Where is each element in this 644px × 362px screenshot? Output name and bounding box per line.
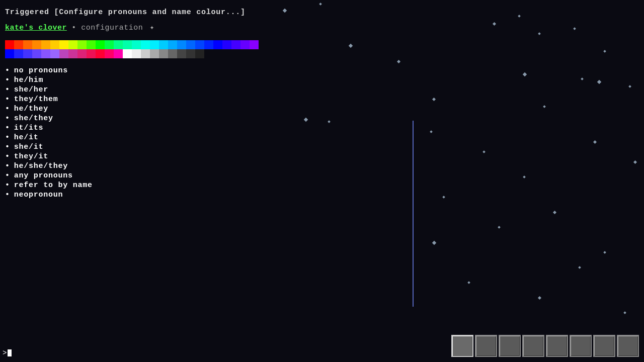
pronoun-label: refer to by name bbox=[14, 181, 93, 190]
pronoun-item[interactable]: •he/it bbox=[5, 133, 408, 142]
breadcrumb: kate's clover • configuration ✦ bbox=[5, 23, 408, 32]
chat-area: > bbox=[3, 349, 12, 357]
color-swatch[interactable] bbox=[168, 40, 177, 49]
color-swatch[interactable] bbox=[105, 40, 114, 49]
color-swatch[interactable] bbox=[23, 40, 32, 49]
color-swatch[interactable] bbox=[5, 40, 14, 49]
hotbar-slot[interactable] bbox=[451, 335, 473, 357]
color-swatch[interactable] bbox=[240, 40, 250, 49]
color-swatch[interactable] bbox=[77, 49, 87, 58]
color-swatch[interactable] bbox=[123, 40, 132, 49]
color-swatch[interactable] bbox=[132, 40, 141, 49]
color-swatch[interactable] bbox=[14, 40, 23, 49]
color-swatch[interactable] bbox=[87, 40, 96, 49]
pronoun-item[interactable]: •they/them bbox=[5, 95, 408, 104]
pronoun-item[interactable]: •he/they bbox=[5, 105, 408, 113]
color-swatch[interactable] bbox=[23, 49, 32, 58]
color-swatch[interactable] bbox=[222, 40, 231, 49]
color-swatch[interactable] bbox=[59, 40, 68, 49]
pronoun-item[interactable]: •it/its bbox=[5, 124, 408, 132]
pronoun-item[interactable]: •she/they bbox=[5, 114, 408, 123]
breadcrumb-section: configuration bbox=[81, 24, 143, 32]
color-swatch[interactable] bbox=[186, 40, 195, 49]
color-swatch[interactable] bbox=[159, 49, 168, 58]
hotbar bbox=[451, 335, 639, 357]
color-row-1 bbox=[5, 40, 408, 49]
pronoun-item[interactable]: •any pronouns bbox=[5, 171, 408, 180]
color-swatch[interactable] bbox=[123, 49, 132, 58]
bullet-icon: • bbox=[5, 85, 10, 94]
pronoun-label: she/they bbox=[14, 114, 53, 123]
color-swatch[interactable] bbox=[14, 49, 23, 58]
bullet-icon: • bbox=[5, 143, 10, 151]
pronoun-item[interactable]: •he/she/they bbox=[5, 162, 408, 170]
bullet-icon: • bbox=[5, 124, 10, 132]
color-swatch[interactable] bbox=[59, 49, 68, 58]
color-swatch[interactable] bbox=[5, 49, 14, 58]
hotbar-slot[interactable] bbox=[570, 335, 592, 357]
color-swatch[interactable] bbox=[150, 49, 159, 58]
pronoun-item[interactable]: •he/him bbox=[5, 76, 408, 84]
color-swatch[interactable] bbox=[41, 49, 50, 58]
color-swatch[interactable] bbox=[68, 49, 77, 58]
hotbar-slot[interactable] bbox=[617, 335, 639, 357]
bullet-icon: • bbox=[5, 105, 10, 113]
color-swatch[interactable] bbox=[195, 49, 204, 58]
pronoun-item[interactable]: •refer to by name bbox=[5, 181, 408, 190]
color-swatch[interactable] bbox=[186, 49, 195, 58]
color-swatch[interactable] bbox=[105, 49, 114, 58]
color-swatch[interactable] bbox=[32, 49, 41, 58]
color-swatch[interactable] bbox=[41, 40, 50, 49]
color-swatch[interactable] bbox=[195, 40, 204, 49]
bullet-icon: • bbox=[5, 76, 10, 84]
color-swatch[interactable] bbox=[96, 40, 105, 49]
breadcrumb-cursor: ✦ bbox=[145, 24, 154, 32]
color-swatch[interactable] bbox=[96, 49, 105, 58]
color-swatch[interactable] bbox=[159, 40, 168, 49]
pronoun-list: •no pronouns•he/him•she/her•they/them•he… bbox=[5, 66, 408, 199]
pronoun-label: she/it bbox=[14, 143, 44, 151]
color-swatch[interactable] bbox=[141, 40, 150, 49]
pronoun-label: neopronoun bbox=[14, 191, 63, 199]
pronoun-item[interactable]: •they/it bbox=[5, 152, 408, 161]
bullet-icon: • bbox=[5, 191, 10, 199]
pronoun-label: it/its bbox=[14, 124, 44, 132]
pronoun-label: she/her bbox=[14, 85, 48, 94]
bullet-icon: • bbox=[5, 171, 10, 180]
color-swatch[interactable] bbox=[204, 40, 213, 49]
bullet-icon: • bbox=[5, 181, 10, 190]
hotbar-slot[interactable] bbox=[522, 335, 544, 357]
color-swatch[interactable] bbox=[141, 49, 150, 58]
color-swatch[interactable] bbox=[114, 49, 123, 58]
color-swatch[interactable] bbox=[177, 40, 186, 49]
color-swatch[interactable] bbox=[231, 40, 240, 49]
color-swatch[interactable] bbox=[250, 40, 259, 49]
pronoun-item[interactable]: •she/it bbox=[5, 143, 408, 151]
color-swatch[interactable] bbox=[177, 49, 186, 58]
color-swatch[interactable] bbox=[50, 40, 59, 49]
app-name[interactable]: kate's clover bbox=[5, 24, 67, 32]
color-swatch[interactable] bbox=[32, 40, 41, 49]
main-content: Triggered [Configure pronouns and name c… bbox=[0, 0, 413, 205]
pronoun-item[interactable]: •no pronouns bbox=[5, 66, 408, 75]
color-swatch[interactable] bbox=[150, 40, 159, 49]
vertical-divider bbox=[413, 121, 414, 307]
hotbar-slot[interactable] bbox=[475, 335, 497, 357]
triggered-line: Triggered [Configure pronouns and name c… bbox=[5, 8, 408, 17]
color-swatch[interactable] bbox=[68, 40, 77, 49]
color-swatch[interactable] bbox=[114, 40, 123, 49]
color-swatch[interactable] bbox=[132, 49, 141, 58]
color-swatch[interactable] bbox=[77, 40, 87, 49]
hotbar-slot[interactable] bbox=[546, 335, 568, 357]
bullet-icon: • bbox=[5, 152, 10, 161]
color-swatch[interactable] bbox=[50, 49, 59, 58]
color-swatch[interactable] bbox=[168, 49, 177, 58]
breadcrumb-separator: • bbox=[67, 24, 81, 32]
hotbar-slot[interactable] bbox=[499, 335, 521, 357]
pronoun-item[interactable]: •neopronoun bbox=[5, 191, 408, 199]
color-swatch[interactable] bbox=[87, 49, 96, 58]
pronoun-item[interactable]: •she/her bbox=[5, 85, 408, 94]
color-swatch[interactable] bbox=[213, 40, 222, 49]
bullet-icon: • bbox=[5, 133, 10, 142]
hotbar-slot[interactable] bbox=[593, 335, 615, 357]
